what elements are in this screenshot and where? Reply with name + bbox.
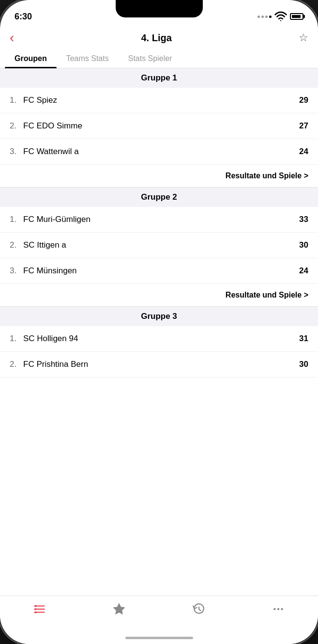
notch — [116, 0, 203, 17]
gruppe-2-header: Gruppe 2 — [0, 188, 318, 207]
page-title: 4. Liga — [141, 32, 171, 44]
team-score: 29 — [299, 95, 308, 105]
bottom-tab-favorites[interactable] — [103, 601, 135, 617]
team-score: 33 — [299, 215, 308, 224]
bottom-tab-list[interactable] — [24, 601, 56, 617]
svg-point-0 — [280, 20, 281, 21]
team-score: 27 — [299, 121, 308, 131]
rank-2: 2. — [10, 360, 23, 369]
team-name: FC EDO Simme — [23, 121, 299, 131]
team-name: FC Wattenwil a — [23, 147, 299, 157]
table-row[interactable]: 1. FC Muri-Gümligen 33 — [0, 207, 318, 233]
bottom-tab-bar — [0, 596, 318, 644]
favorite-button[interactable]: ☆ — [299, 31, 308, 44]
rank-3: 3. — [10, 266, 23, 276]
svg-point-10 — [281, 608, 283, 610]
back-button[interactable]: ‹ — [10, 31, 14, 45]
battery-icon — [290, 13, 303, 20]
bottom-tab-more[interactable] — [262, 601, 294, 617]
gruppe-3-header: Gruppe 3 — [0, 307, 318, 326]
home-indicator — [125, 637, 193, 639]
team-score: 24 — [299, 147, 308, 157]
rank-1: 1. — [10, 334, 23, 344]
team-name: FC Spiez — [23, 95, 299, 105]
team-name: FC Münsingen — [23, 266, 299, 276]
svg-marker-7 — [114, 604, 125, 614]
list-icon — [33, 603, 46, 615]
phone-frame: 6:30 ‹ 4. Liga — [0, 0, 318, 644]
signal-icon — [257, 16, 272, 18]
team-name: SC Holligen 94 — [23, 334, 299, 344]
status-time: 6:30 — [15, 12, 32, 22]
nav-header: ‹ 4. Liga ☆ — [0, 26, 318, 49]
gruppe-1-results-link[interactable]: Resultate und Spiele > — [0, 165, 318, 188]
wifi-icon — [274, 10, 287, 23]
team-score: 31 — [299, 334, 308, 344]
gruppe-1-header: Gruppe 1 — [0, 68, 318, 88]
tab-stats-spieler[interactable]: Stats Spieler — [119, 49, 182, 68]
tab-teams-stats[interactable]: Teams Stats — [57, 49, 119, 68]
table-row[interactable]: 1. FC Spiez 29 — [0, 88, 318, 113]
tab-groupen[interactable]: Groupen — [5, 49, 57, 68]
rank-1: 1. — [10, 95, 23, 105]
svg-point-9 — [277, 608, 279, 610]
team-score: 30 — [299, 360, 308, 369]
rank-2: 2. — [10, 240, 23, 250]
rank-2: 2. — [10, 121, 23, 131]
table-row[interactable]: 2. FC EDO Simme 27 — [0, 113, 318, 139]
star-icon — [113, 603, 125, 615]
team-name: FC Muri-Gümligen — [23, 215, 299, 224]
team-score: 24 — [299, 266, 308, 276]
bottom-tab-history[interactable] — [183, 601, 215, 617]
table-row[interactable]: 1. SC Holligen 94 31 — [0, 326, 318, 352]
table-row[interactable]: 2. SC Ittigen a 30 — [0, 233, 318, 258]
gruppe-2-results-link[interactable]: Resultate und Spiele > — [0, 284, 318, 307]
rank-3: 3. — [10, 147, 23, 157]
team-score: 30 — [299, 240, 308, 250]
history-icon — [193, 603, 205, 615]
team-name: SC Ittigen a — [23, 240, 299, 250]
status-icons — [257, 10, 303, 23]
phone-screen: 6:30 ‹ 4. Liga — [0, 0, 318, 644]
team-name: FC Prishtina Bern — [23, 360, 299, 369]
more-icon — [272, 603, 285, 615]
content-area: Gruppe 1 1. FC Spiez 29 2. FC EDO Simme … — [0, 68, 318, 615]
table-row[interactable]: 3. FC Münsingen 24 — [0, 258, 318, 284]
table-row[interactable]: 2. FC Prishtina Bern 30 — [0, 352, 318, 377]
tab-bar: Groupen Teams Stats Stats Spieler — [0, 49, 318, 68]
rank-1: 1. — [10, 215, 23, 224]
table-row[interactable]: 3. FC Wattenwil a 24 — [0, 139, 318, 165]
svg-point-8 — [273, 608, 275, 610]
